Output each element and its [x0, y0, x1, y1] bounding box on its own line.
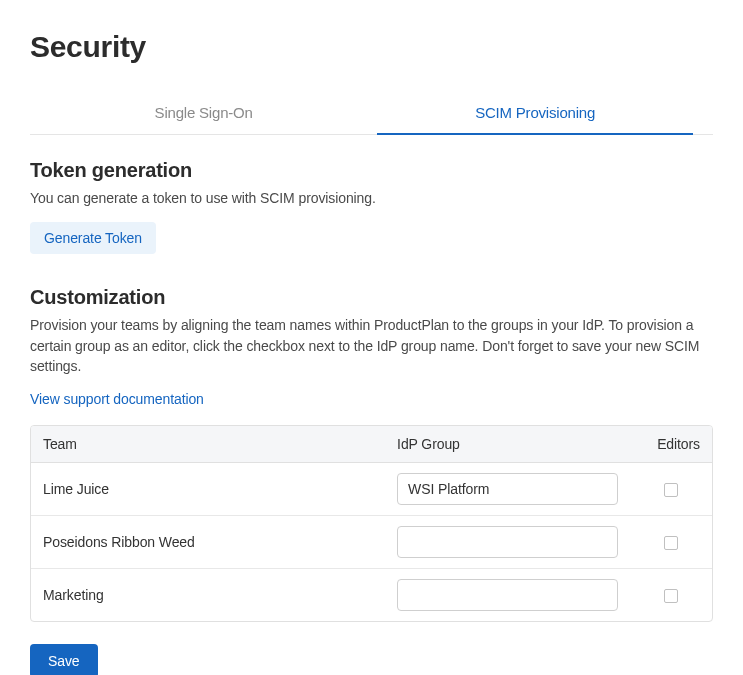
team-name-cell: Marketing: [31, 569, 385, 621]
customization-desc: Provision your teams by aligning the tea…: [30, 315, 713, 376]
idp-group-input[interactable]: [397, 579, 618, 611]
support-documentation-link[interactable]: View support documentation: [30, 391, 204, 407]
token-generation-desc: You can generate a token to use with SCI…: [30, 188, 713, 208]
table-row: Marketing: [31, 569, 712, 621]
table-row: Lime Juice: [31, 463, 712, 516]
tab-scim-provisioning[interactable]: SCIM Provisioning: [377, 94, 693, 135]
idp-group-input[interactable]: [397, 526, 618, 558]
table-header-team: Team: [31, 426, 385, 463]
generate-token-button[interactable]: Generate Token: [30, 222, 156, 254]
save-button[interactable]: Save: [30, 644, 98, 675]
customization-section: Customization Provision your teams by al…: [30, 286, 713, 675]
customization-title: Customization: [30, 286, 713, 309]
token-generation-section: Token generation You can generate a toke…: [30, 159, 713, 254]
editors-checkbox[interactable]: [664, 536, 678, 550]
idp-group-input[interactable]: [397, 473, 618, 505]
page-title: Security: [30, 30, 713, 64]
token-generation-title: Token generation: [30, 159, 713, 182]
team-name-cell: Lime Juice: [31, 463, 385, 516]
team-name-cell: Poseidons Ribbon Weed: [31, 516, 385, 569]
editors-checkbox[interactable]: [664, 589, 678, 603]
table-header-editors: Editors: [630, 426, 712, 463]
editors-checkbox[interactable]: [664, 483, 678, 497]
table-header-idp: IdP Group: [385, 426, 630, 463]
tab-single-sign-on[interactable]: Single Sign-On: [30, 94, 377, 135]
table-row: Poseidons Ribbon Weed: [31, 516, 712, 569]
tabs: Single Sign-On SCIM Provisioning: [30, 94, 713, 135]
customization-table: Team IdP Group Editors Lime Juice Poseid…: [30, 425, 713, 622]
